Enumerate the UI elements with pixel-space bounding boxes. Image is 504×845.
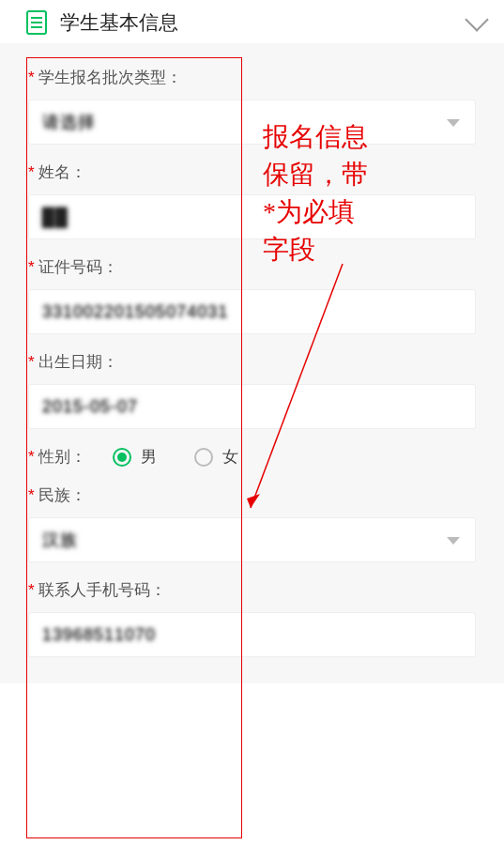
select-ethnic-value: 汉族	[42, 529, 78, 551]
label-batch: *学生报名批次类型：	[28, 67, 476, 88]
radio-circle-icon	[194, 448, 213, 467]
field-batch: *学生报名批次类型： 请选择	[28, 67, 476, 145]
field-ethnic: *民族： 汉族	[28, 484, 476, 562]
input-dob[interactable]: 2015-05-07	[28, 384, 476, 429]
label-ethnic: *民族：	[28, 484, 476, 506]
label-batch-text: 学生报名批次类型：	[38, 69, 182, 86]
field-phone: *联系人手机号码： 13968511070	[28, 579, 476, 657]
field-idno: *证件号码： 331002201505074031	[28, 256, 476, 334]
field-name: *姓名： ██	[28, 161, 476, 239]
radio-circle-icon	[113, 448, 131, 467]
radio-female-label: 女	[222, 446, 238, 468]
radio-dot-icon	[117, 453, 127, 462]
label-dob-text: 出生日期：	[38, 353, 118, 371]
label-idno-text: 证件号码：	[38, 258, 118, 276]
input-idno[interactable]: 331002201505074031	[28, 289, 476, 334]
caret-down-icon	[447, 119, 460, 127]
label-ethnic-text: 民族：	[38, 486, 86, 504]
section-header[interactable]: 学生基本信息	[0, 0, 504, 43]
label-gender: *性别：	[28, 446, 86, 468]
section-title: 学生基本信息	[60, 9, 178, 36]
input-phone[interactable]: 13968511070	[28, 612, 476, 657]
select-batch[interactable]: 请选择	[28, 100, 476, 145]
label-gender-text: 性别：	[38, 448, 86, 466]
label-idno: *证件号码：	[28, 256, 476, 278]
document-icon	[26, 10, 47, 35]
input-idno-value: 331002201505074031	[42, 302, 228, 322]
chevron-down-icon[interactable]	[465, 8, 488, 31]
form-body: 报名信息 保留，带 *为必填 字段 *学生报名批次类型： 请选择 *姓名： ██	[0, 43, 504, 684]
radio-female[interactable]: 女	[194, 446, 238, 468]
radio-male[interactable]: 男	[113, 446, 157, 468]
caret-down-icon	[447, 537, 460, 545]
radio-row-gender: *性别： 男 女	[28, 446, 476, 468]
label-phone-text: 联系人手机号码：	[38, 581, 166, 599]
input-dob-value: 2015-05-07	[42, 397, 138, 417]
radio-male-label: 男	[141, 446, 157, 468]
input-name-value: ██	[42, 207, 69, 227]
label-name-text: 姓名：	[38, 163, 86, 181]
label-name: *姓名：	[28, 161, 476, 183]
field-dob: *出生日期： 2015-05-07	[28, 351, 476, 429]
input-phone-value: 13968511070	[42, 625, 156, 645]
header-left: 学生基本信息	[26, 9, 178, 36]
label-phone: *联系人手机号码：	[28, 579, 476, 601]
input-name[interactable]: ██	[28, 194, 476, 239]
student-info-form: *学生报名批次类型： 请选择 *姓名： ██ *证件号码： 3310022015…	[0, 43, 504, 684]
select-batch-value: 请选择	[42, 111, 96, 133]
field-gender: *性别： 男 女	[28, 446, 476, 468]
select-ethnic[interactable]: 汉族	[28, 517, 476, 562]
label-dob: *出生日期：	[28, 351, 476, 373]
